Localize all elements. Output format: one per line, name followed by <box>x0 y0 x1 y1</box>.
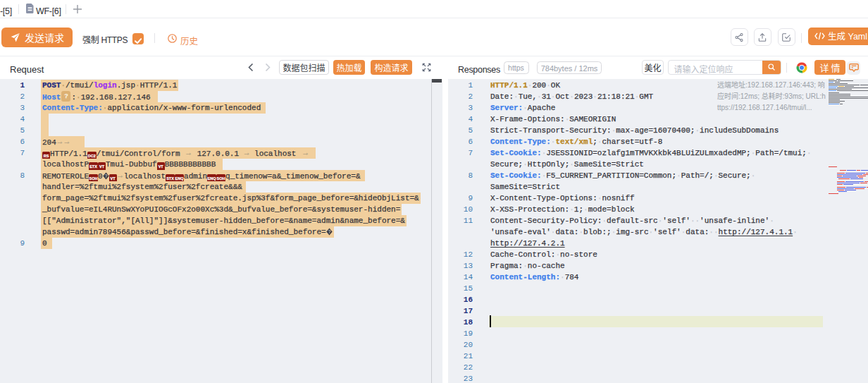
svg-text:?: ? <box>328 229 330 234</box>
svg-text:?: ? <box>104 173 107 178</box>
